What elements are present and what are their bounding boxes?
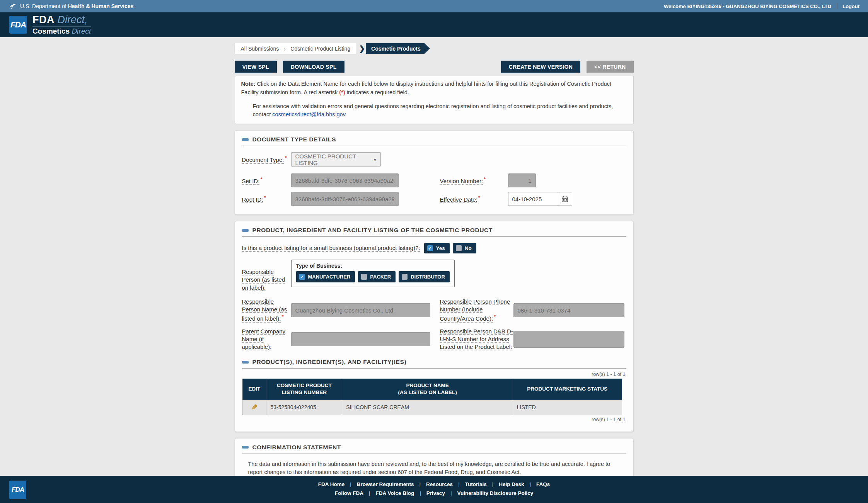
brand-cosmetics: Cosmetics: [32, 27, 70, 35]
effective-date-calendar-button[interactable]: [558, 192, 572, 206]
section-title-document-type: DOCUMENT TYPE DETAILS: [252, 136, 336, 143]
hhs-department-label: U.S. Department of Health & Human Servic…: [9, 3, 133, 10]
fda-logo[interactable]: FDA: [9, 16, 27, 34]
note-panel: Note: Click on the Data Element Name for…: [235, 76, 634, 124]
parent-company-field: [291, 332, 430, 346]
small-business-no-toggle[interactable]: No: [453, 243, 476, 253]
set-id-label[interactable]: Set ID:*: [242, 176, 291, 185]
breadcrumb-all-submissions[interactable]: All Submissions: [236, 46, 284, 52]
welcome-user-text: Welcome BIYING135246 - GUANGZHOU BIYING …: [664, 3, 831, 9]
table-row-count-bottom: row(s) 1 - 1 of 1: [243, 417, 626, 422]
utility-bar: U.S. Department of Health & Human Servic…: [0, 0, 868, 12]
fda-footer-logo[interactable]: FDA: [9, 481, 26, 499]
divider: |: [450, 490, 452, 496]
footer-link-tutorials[interactable]: Tutorials: [465, 481, 487, 487]
footer-link-resources[interactable]: Resources: [426, 481, 453, 487]
footer-link-privacy[interactable]: Privacy: [426, 490, 445, 496]
document-type-label[interactable]: Document Type:*: [242, 155, 291, 164]
brand-fda: FDA: [32, 14, 55, 25]
rp-duns-field: [513, 331, 624, 348]
divider: |: [529, 481, 531, 487]
section-title-product-listing: PRODUCT, INGREDIENT AND FACILITY LISTING…: [252, 227, 493, 234]
return-button[interactable]: << RETURN: [587, 61, 633, 73]
table-row: ✎ 53-525804-022405 SILICONE SCAR CREAM L…: [242, 399, 622, 415]
rp-phone-label[interactable]: Responsible Person Phone Number (Include…: [440, 298, 513, 323]
toolbar: VIEW SPL DOWNLOAD SPL CREATE NEW VERSION…: [235, 61, 634, 73]
checked-checkbox-icon: ✓: [299, 274, 305, 280]
products-table: EDIT COSMETIC PRODUCTLISTING NUMBER PROD…: [242, 379, 622, 415]
rp-duns-label[interactable]: Responsible Person D&B D-U-N-S Number fo…: [440, 328, 513, 351]
edit-pencil-icon[interactable]: ✎: [251, 403, 258, 412]
note-body-1: Click on the Data Element Name for each …: [241, 81, 611, 95]
divider: |: [492, 481, 494, 487]
dept-prefix: U.S. Department of: [20, 3, 67, 9]
footer-link-fda-voice-blog[interactable]: FDA Voice Blog: [376, 490, 414, 496]
chevron-right-icon: ❯: [359, 43, 365, 54]
footer-links-row-1: FDA Home| Browser Requirements| Resource…: [0, 476, 868, 487]
create-new-version-button[interactable]: CREATE NEW VERSION: [501, 61, 580, 73]
rp-name-label[interactable]: Responsible Person Name (as listed on la…: [242, 298, 291, 323]
breadcrumb-cosmetic-products-active[interactable]: Cosmetic Products: [366, 43, 430, 54]
effective-date-field[interactable]: [508, 192, 558, 206]
note-help-period: .: [345, 111, 347, 117]
collapse-icon[interactable]: [242, 446, 249, 449]
table-row-count-top: row(s) 1 - 1 of 1: [243, 372, 626, 377]
cell-marketing-status: LISTED: [513, 399, 622, 415]
document-type-select: COSMETIC PRODUCT LISTING ▾: [291, 152, 381, 167]
hhs-eagle-icon: [9, 3, 17, 10]
divider: |: [420, 490, 421, 496]
column-header-marketing-status: PRODUCT MARKETING STATUS: [513, 379, 622, 399]
footer-link-vulnerability-disclosure[interactable]: Vulnerability Disclosure Policy: [457, 490, 533, 496]
small-business-question-label[interactable]: Is this a product listing for a small bu…: [242, 244, 420, 252]
confirmation-body-text: The data and information in this submiss…: [248, 460, 612, 477]
business-type-distributor-toggle[interactable]: DISTRIBUTOR: [399, 271, 450, 282]
document-type-details-panel: DOCUMENT TYPE DETAILS Document Type:* CO…: [235, 130, 634, 215]
business-type-packer-toggle[interactable]: PACKER: [358, 271, 396, 282]
responsible-person-label[interactable]: Responsible Person (as listed on label):: [242, 260, 291, 292]
parent-company-label[interactable]: Parent Company Name (if applicable):: [242, 328, 291, 351]
footer-link-fda-home[interactable]: FDA Home: [318, 481, 345, 487]
view-spl-button[interactable]: VIEW SPL: [235, 61, 277, 73]
unchecked-checkbox-icon: [456, 245, 462, 251]
page-footer: FDA FDA Home| Browser Requirements| Reso…: [0, 476, 868, 503]
small-business-yes-toggle[interactable]: ✓ Yes: [424, 243, 450, 253]
root-id-label[interactable]: Root ID:*: [242, 194, 291, 204]
checked-checkbox-icon: ✓: [427, 245, 433, 251]
dept-name: Health & Human Services: [68, 3, 134, 9]
version-number-label[interactable]: Version Number:*: [440, 176, 508, 185]
logout-link[interactable]: Logout: [842, 3, 859, 9]
note-prefix: Note:: [241, 81, 256, 87]
collapse-icon[interactable]: [242, 138, 249, 141]
document-type-value: COSMETIC PRODUCT LISTING: [295, 153, 374, 166]
type-of-business-label: Type of Business:: [296, 263, 450, 269]
cosmeticsdirect-email-link[interactable]: cosmeticsdirect@fda.hhs.gov: [272, 111, 345, 117]
business-type-manufacturer-toggle[interactable]: ✓ MANUFACTURER: [296, 271, 355, 282]
version-number-field: [508, 173, 536, 187]
type-of-business-group: Type of Business: ✓ MANUFACTURER PACKER …: [291, 260, 455, 287]
collapse-icon[interactable]: [242, 229, 249, 232]
root-id-field: [291, 192, 399, 206]
divider: |: [420, 481, 421, 487]
column-header-listing-number: COSMETIC PRODUCTLISTING NUMBER: [266, 379, 342, 399]
app-brand: FDA Direct, Cosmetics Direct: [32, 14, 91, 35]
column-header-product-name: PRODUCT NAME(AS LISTED ON LABEL): [342, 379, 513, 399]
unchecked-checkbox-icon: [361, 274, 367, 280]
cell-product-name: SILICONE SCAR CREAM: [342, 399, 513, 415]
effective-date-label[interactable]: Effective Date:*: [440, 194, 508, 204]
rp-phone-field: [513, 303, 624, 317]
divider: |: [369, 490, 370, 496]
footer-link-browser-requirements[interactable]: Browser Requirements: [357, 481, 414, 487]
product-ingredient-facility-panel: PRODUCT, INGREDIENT AND FACILITY LISTING…: [235, 221, 634, 432]
breadcrumb-cosmetic-product-listing[interactable]: Cosmetic Product Listing: [286, 46, 355, 52]
breadcrumb: All Submissions › Cosmetic Product Listi…: [235, 43, 634, 54]
collapse-icon[interactable]: [242, 361, 249, 364]
section-title-products: PRODUCT(S), INGREDIENT(S), AND FACILITY(…: [252, 359, 407, 365]
divider: |: [458, 481, 460, 487]
footer-link-follow-fda[interactable]: Follow FDA: [335, 490, 363, 496]
download-spl-button[interactable]: DOWNLOAD SPL: [283, 61, 344, 73]
footer-links-row-2: Follow FDA| FDA Voice Blog| Privacy| Vul…: [0, 487, 868, 496]
footer-link-help-desk[interactable]: Help Desk: [499, 481, 524, 487]
divider: [837, 3, 837, 9]
brand-cosmetics-direct: Direct: [72, 27, 91, 35]
footer-link-faqs[interactable]: FAQs: [536, 481, 550, 487]
